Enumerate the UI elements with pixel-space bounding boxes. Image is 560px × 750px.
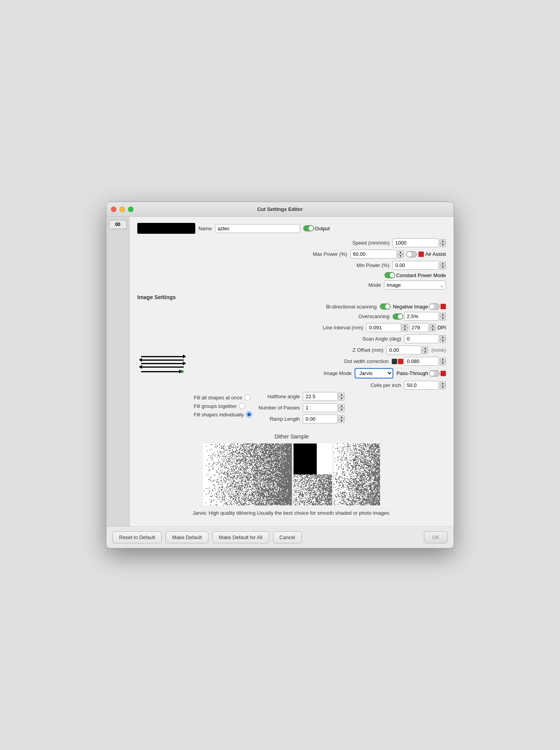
halftone-up-btn[interactable]: ▲ — [338, 393, 345, 397]
number-passes-input[interactable] — [303, 403, 338, 412]
cells-per-inch-input[interactable] — [404, 381, 439, 390]
max-power-down-btn[interactable]: ▼ — [398, 254, 404, 258]
cells-up-btn[interactable]: ▲ — [440, 382, 446, 385]
fill-individually-row: Fill shapes individually — [194, 411, 252, 418]
pass-through-toggle[interactable] — [429, 370, 440, 377]
overscanning-spinner[interactable]: ▲ ▼ — [440, 313, 446, 320]
image-settings-section: Image Settings — [137, 294, 446, 426]
fill-groups-radio[interactable] — [239, 403, 245, 409]
scan-angle-spinner[interactable]: ▲ ▼ — [440, 335, 446, 343]
dpi-spinner[interactable]: ▲ ▼ — [430, 324, 436, 332]
overscanning-up-btn[interactable]: ▲ — [440, 313, 446, 317]
output-toggle[interactable] — [303, 225, 314, 231]
dot-width-input[interactable] — [404, 357, 439, 366]
dot-width-up-btn[interactable]: ▲ — [440, 358, 446, 361]
z-offset-spinner[interactable]: ▲ ▼ — [422, 346, 428, 354]
halftone-angle-spinner[interactable]: ▲ ▼ — [338, 393, 345, 401]
z-offset-input[interactable] — [386, 346, 421, 354]
line-interval-input[interactable] — [366, 323, 401, 332]
passes-down-btn[interactable]: ▼ — [338, 408, 345, 412]
dot-width-spinner[interactable]: ▲ ▼ — [440, 358, 446, 365]
layer-tab-00[interactable]: 00 — [109, 220, 127, 229]
max-power-row: Max Power (%) ▲ ▼ Air Assist — [137, 250, 446, 259]
color-swatch[interactable] — [137, 223, 195, 234]
reset-button[interactable]: Reset to Default — [113, 531, 162, 543]
max-power-spinner[interactable]: ▲ ▼ — [398, 250, 404, 258]
speed-input[interactable] — [393, 238, 439, 247]
minimize-button[interactable] — [120, 207, 125, 212]
name-row: Name Output — [137, 223, 446, 234]
make-default-all-button[interactable]: Make Default for All — [212, 531, 269, 543]
z-offset-up-btn[interactable]: ▲ — [422, 346, 428, 350]
max-power-up-btn[interactable]: ▲ — [398, 250, 404, 254]
scan-line-2 — [141, 360, 184, 361]
min-power-row: Min Power (%) ▲ ▼ — [137, 261, 446, 270]
overscanning-input[interactable] — [404, 312, 439, 321]
mode-row: Mode Image Line Fill Offset Fill — [137, 281, 446, 289]
bi-directional-row: Bi-directional scanning Negative Image — [194, 303, 446, 310]
scan-angle-up-btn[interactable]: ▲ — [440, 335, 446, 339]
scan-angle-row: Scan Angle (deg) ▲ ▼ — [194, 334, 446, 343]
dither-canvas-3 — [334, 443, 380, 505]
bi-directional-toggle[interactable] — [380, 303, 391, 310]
scan-angle-input[interactable] — [404, 334, 439, 343]
min-power-input[interactable] — [393, 261, 439, 270]
name-label: Name — [198, 226, 212, 231]
ramp-down-btn[interactable]: ▼ — [338, 419, 345, 423]
ramp-up-btn[interactable]: ▲ — [338, 415, 345, 419]
make-default-button[interactable]: Make Default — [166, 531, 208, 543]
max-power-input[interactable] — [350, 250, 397, 259]
dither-images — [137, 443, 446, 505]
fill-groups-row: Fill groups together — [194, 403, 252, 409]
speed-down-btn[interactable]: ▼ — [440, 243, 446, 247]
mode-select[interactable]: Image Line Fill Offset Fill — [384, 281, 446, 289]
close-button[interactable] — [111, 207, 116, 212]
ramp-length-input[interactable] — [303, 414, 338, 423]
fill-all-radio[interactable] — [244, 394, 251, 401]
fill-groups-label: Fill groups together — [194, 403, 237, 409]
ramp-length-spinner[interactable]: ▲ ▼ — [338, 415, 345, 423]
speed-spinner[interactable]: ▲ ▼ — [440, 239, 446, 247]
halftone-angle-input[interactable] — [303, 392, 338, 401]
name-input[interactable] — [215, 224, 300, 233]
speed-up-btn[interactable]: ▲ — [440, 239, 446, 243]
dpi-down-btn[interactable]: ▼ — [430, 328, 436, 332]
halftone-down-btn[interactable]: ▼ — [338, 397, 345, 401]
line-interval-spinner[interactable]: ▲ ▼ — [402, 324, 408, 332]
maximize-button[interactable] — [128, 207, 133, 212]
dpi-input[interactable] — [410, 323, 429, 332]
image-settings-body: Bi-directional scanning Negative Image — [137, 303, 446, 426]
right-fields: Halftone angle ▲ ▼ Number of Passes — [258, 392, 345, 426]
number-passes-spinner[interactable]: ▲ ▼ — [338, 404, 345, 412]
overscanning-down-btn[interactable]: ▼ — [440, 317, 446, 320]
min-power-up-btn[interactable]: ▲ — [440, 262, 446, 265]
negative-image-toggle[interactable] — [429, 303, 440, 310]
cells-down-btn[interactable]: ▼ — [440, 385, 446, 389]
overscanning-toggle[interactable] — [393, 313, 403, 320]
image-mode-select[interactable]: Jarvis Stucki Burkes Atkinson — [355, 368, 393, 378]
ok-button[interactable]: OK — [424, 531, 447, 543]
min-power-down-btn[interactable]: ▼ — [440, 265, 446, 269]
dot-width-label: Dot width correction — [344, 358, 389, 364]
air-assist-toggle[interactable] — [406, 251, 417, 257]
line-interval-down-btn[interactable]: ▼ — [402, 328, 408, 332]
z-offset-down-btn[interactable]: ▼ — [422, 350, 428, 354]
cancel-button[interactable]: Cancel — [273, 531, 302, 543]
dpi-up-btn[interactable]: ▲ — [430, 324, 436, 328]
passes-up-btn[interactable]: ▲ — [338, 404, 345, 408]
scan-angle-down-btn[interactable]: ▼ — [440, 339, 446, 343]
dither-title: Dither Sample — [137, 433, 446, 440]
fill-all-row: Fill all shapes at once — [194, 394, 252, 401]
cells-per-inch-spinner[interactable]: ▲ ▼ — [440, 382, 446, 389]
line-interval-up-btn[interactable]: ▲ — [402, 324, 408, 328]
min-power-spinner[interactable]: ▲ ▼ — [440, 262, 446, 269]
traffic-lights — [111, 207, 133, 212]
line-interval-row: Line Interval (mm) ▲ ▼ ▲ ▼ DPI — [194, 323, 446, 332]
dot-width-down-btn[interactable]: ▼ — [440, 361, 446, 365]
overscanning-row: Overscanning ▲ ▼ — [194, 312, 446, 321]
dither-description: Jarvis: High quality dithering.Usually t… — [137, 509, 446, 517]
speed-label: Speed (mm/min) — [352, 240, 389, 246]
constant-power-toggle[interactable] — [384, 272, 395, 278]
fill-individually-radio[interactable] — [246, 411, 252, 418]
ramp-length-row: Ramp Length ▲ ▼ — [258, 414, 345, 423]
